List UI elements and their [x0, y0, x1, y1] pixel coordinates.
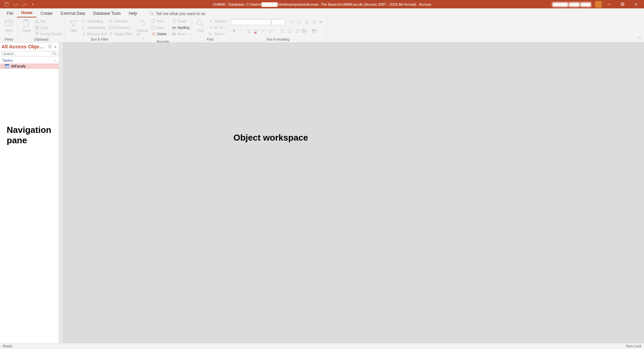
nav-category-label: Tables	[2, 58, 13, 62]
group-text-formatting: 12 ¶▾ B I U A▾ ▾ ▾ ▾	[229, 17, 327, 42]
copy-icon	[35, 25, 39, 30]
qat-customize-icon[interactable]: ▾	[30, 1, 36, 8]
svg-rect-30	[172, 34, 176, 35]
tab-database-tools[interactable]: Database Tools	[89, 9, 125, 17]
minimize-button[interactable]	[603, 0, 615, 8]
nav-category-dropdown-icon[interactable]	[48, 44, 52, 49]
numbering-button[interactable]: 12	[296, 19, 303, 26]
decrease-indent-button[interactable]	[303, 19, 310, 26]
font-color-button[interactable]: A▾	[253, 28, 260, 34]
save-button[interactable]: Save	[151, 24, 170, 31]
svg-point-62	[53, 52, 55, 55]
text-direction-button[interactable]: ¶▾	[318, 19, 325, 26]
delete-button[interactable]: Delete▾	[151, 31, 170, 37]
bold-button[interactable]: B	[231, 28, 237, 34]
increase-indent-button[interactable]	[311, 19, 317, 26]
svg-line-63	[55, 54, 56, 55]
outdent-icon	[304, 20, 309, 24]
svg-rect-60	[312, 31, 316, 32]
group-find: Find Replace Go To▾ Select▾ Find	[192, 17, 229, 42]
filter-button[interactable]: Filter	[67, 18, 80, 33]
alt-row-icon	[312, 29, 316, 33]
nav-pane-collapse-button[interactable]: «	[53, 45, 57, 49]
group-sortfilter-label: Sort & Filter	[67, 37, 132, 42]
tell-me-placeholder: Tell me what you want to do	[156, 11, 206, 16]
new-icon	[151, 19, 156, 23]
font-size-combo[interactable]	[272, 19, 285, 25]
goto-button[interactable]: Go To▾	[208, 24, 226, 31]
cut-button[interactable]: Cut	[35, 18, 62, 24]
undo-button[interactable]: ▾	[12, 1, 19, 8]
bullets-button[interactable]	[288, 19, 295, 26]
nav-search-input[interactable]	[1, 51, 51, 56]
advanced-icon	[108, 25, 113, 30]
underline-button[interactable]: U	[246, 28, 252, 34]
refresh-all-button[interactable]: Refresh All ▾	[137, 18, 150, 40]
tell-me-search[interactable]: Tell me what you want to do	[148, 10, 207, 17]
format-painter-icon	[35, 32, 39, 36]
fill-color-button[interactable]: ▾	[268, 28, 274, 34]
spelling-button[interactable]: abcSpelling	[172, 24, 190, 31]
tab-file[interactable]: File	[3, 9, 17, 17]
group-records: Refresh All ▾ New Save Delete▾ Totals ab…	[135, 17, 192, 42]
align-right-icon	[295, 29, 300, 33]
new-button[interactable]: New	[151, 18, 170, 24]
maximize-button[interactable]	[616, 0, 629, 8]
nav-search-button[interactable]	[51, 51, 57, 56]
svg-rect-29	[172, 33, 176, 34]
descending-button[interactable]: ZADescending	[82, 24, 107, 31]
svg-text:A: A	[84, 28, 85, 30]
selection-icon	[108, 19, 113, 23]
align-left-button[interactable]	[279, 28, 286, 34]
advanced-button[interactable]: Advanced▾	[108, 24, 132, 31]
align-right-button[interactable]	[294, 28, 301, 34]
find-icon	[196, 19, 205, 28]
italic-button[interactable]: I	[238, 28, 245, 34]
replace-button[interactable]: Replace	[208, 18, 226, 24]
align-center-button[interactable]	[286, 28, 293, 34]
select-button[interactable]: Select▾	[208, 31, 226, 37]
copy-button[interactable]: Copy	[35, 24, 62, 31]
tab-home[interactable]: Home	[17, 8, 36, 17]
tab-create[interactable]: Create	[37, 9, 57, 17]
indent-icon	[312, 20, 316, 24]
avatar[interactable]	[595, 1, 602, 8]
nav-item-tblfaculty[interactable]: tblFaculty	[0, 63, 59, 69]
svg-text:2: 2	[297, 22, 298, 24]
collapse-ribbon-button[interactable]	[637, 36, 642, 42]
redo-button[interactable]: ▾	[21, 1, 28, 8]
remove-sort-button[interactable]: Remove Sort	[82, 31, 107, 37]
svg-rect-65	[5, 64, 9, 65]
svg-point-35	[290, 22, 291, 23]
tab-external-data[interactable]: External Data	[57, 9, 89, 17]
ribbon-tabs: File Home Create External Data Database …	[0, 8, 644, 17]
svg-line-32	[201, 24, 204, 27]
more-button[interactable]: More▾	[172, 31, 190, 37]
shutter-bar[interactable]	[59, 43, 63, 343]
group-sort-filter: Filter AZAscending ZADescending Remove S…	[65, 17, 135, 42]
close-button[interactable]	[630, 0, 642, 8]
nav-category-tables[interactable]: Tables ︽	[0, 57, 59, 63]
user-name[interactable]: ██████ ████ ████	[550, 2, 594, 6]
svg-rect-27	[152, 26, 155, 29]
nav-item-label: tblFaculty	[11, 64, 26, 68]
gridlines-button[interactable]: ▾	[301, 28, 308, 34]
nav-pane-header[interactable]: All Access Obje… «	[0, 43, 59, 50]
view-button[interactable]: View ▾	[2, 18, 15, 36]
find-button[interactable]: Find	[194, 18, 207, 33]
toggle-filter-button[interactable]: Toggle Filter	[108, 31, 132, 37]
tab-help[interactable]: Help	[125, 9, 141, 17]
format-painter-button[interactable]: Format Painter	[35, 31, 62, 37]
view-icon	[4, 19, 13, 28]
selection-button[interactable]: Selection▾	[108, 18, 132, 24]
alternate-row-color-button[interactable]: ▾	[311, 28, 318, 34]
ribbon: View ▾ Views Paste ▾ Cut Copy	[0, 17, 644, 43]
highlight-button[interactable]: ▾	[260, 28, 267, 34]
font-combo[interactable]	[231, 19, 271, 25]
sort-desc-icon: ZA	[82, 25, 86, 30]
totals-button[interactable]: Totals	[172, 18, 190, 24]
paste-button[interactable]: Paste ▾	[20, 18, 33, 36]
ascending-button[interactable]: AZAscending	[82, 18, 107, 24]
save-icon[interactable]	[3, 1, 10, 8]
svg-point-33	[290, 21, 291, 21]
